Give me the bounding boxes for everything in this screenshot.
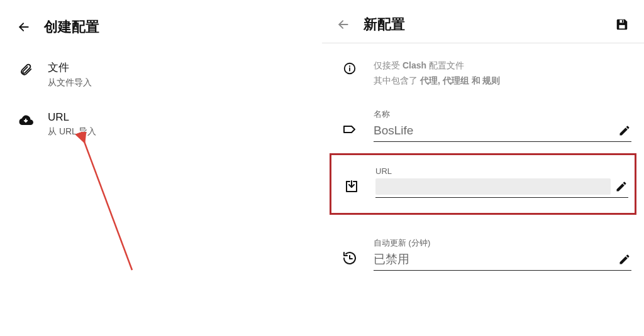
attach-icon bbox=[18, 62, 34, 78]
annotation-arrow bbox=[75, 132, 164, 295]
new-config-panel: 新配置 仅接受 Clash 配置文 bbox=[322, 0, 644, 336]
edit-icon[interactable] bbox=[618, 252, 631, 266]
create-config-panel: 创建配置 文件 从文件导入 URL 从 URL 导入 bbox=[0, 0, 322, 336]
svg-rect-3 bbox=[619, 25, 625, 28]
left-header: 创建配置 bbox=[0, 0, 322, 49]
name-row[interactable]: 名称 BosLife bbox=[322, 101, 644, 142]
svg-point-8 bbox=[349, 65, 350, 67]
auto-update-value: 已禁用 bbox=[374, 251, 614, 268]
cloud-download-icon bbox=[18, 112, 34, 129]
save-icon[interactable] bbox=[615, 18, 629, 31]
url-highlight-box: URL bbox=[330, 153, 636, 215]
import-url-item[interactable]: URL 从 URL 导入 bbox=[0, 100, 322, 149]
import-file-sub: 从文件导入 bbox=[48, 77, 92, 89]
import-url-sub: 从 URL 导入 bbox=[48, 126, 96, 138]
import-icon bbox=[343, 178, 360, 195]
back-icon[interactable] bbox=[337, 18, 350, 31]
info-line2: 其中包含了 代理, 代理组 和 规则 bbox=[374, 73, 500, 89]
svg-rect-5 bbox=[622, 20, 623, 23]
left-title: 创建配置 bbox=[44, 18, 99, 36]
info-block: 仅接受 Clash 配置文件 其中包含了 代理, 代理组 和 规则 bbox=[322, 43, 644, 95]
name-value: BosLife bbox=[374, 122, 614, 139]
right-header: 新配置 bbox=[322, 0, 644, 43]
right-title: 新配置 bbox=[364, 15, 611, 34]
import-url-title: URL bbox=[48, 111, 96, 124]
import-file-title: 文件 bbox=[48, 60, 92, 75]
edit-icon[interactable] bbox=[618, 124, 631, 138]
info-icon bbox=[341, 60, 358, 77]
url-label: URL bbox=[375, 166, 628, 176]
auto-update-row[interactable]: 自动更新 (分钟) 已禁用 bbox=[322, 230, 644, 271]
label-icon bbox=[341, 121, 358, 138]
url-row[interactable]: URL bbox=[343, 166, 628, 198]
import-file-item[interactable]: 文件 从文件导入 bbox=[0, 49, 322, 100]
edit-icon[interactable] bbox=[614, 180, 628, 193]
auto-update-label: 自动更新 (分钟) bbox=[374, 237, 631, 249]
url-value bbox=[375, 178, 611, 195]
back-icon[interactable] bbox=[18, 21, 30, 33]
refresh-icon bbox=[341, 249, 358, 267]
info-line1: 仅接受 Clash 配置文件 bbox=[374, 58, 500, 73]
name-label: 名称 bbox=[374, 109, 631, 120]
svg-line-1 bbox=[82, 135, 132, 270]
